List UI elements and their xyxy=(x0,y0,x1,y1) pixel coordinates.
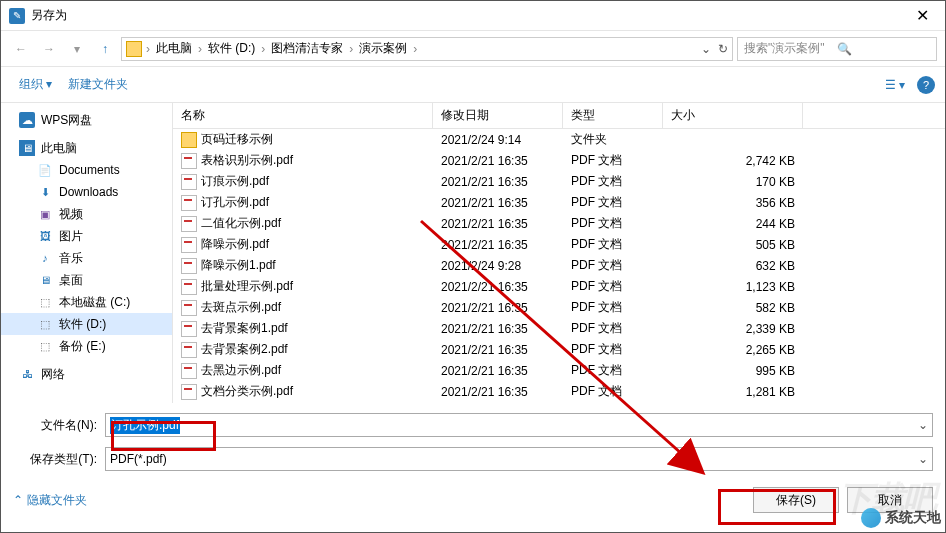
table-row[interactable]: 批量处理示例.pdf2021/2/21 16:35PDF 文档1,123 KB xyxy=(173,276,945,297)
chevron-down-icon[interactable]: ⌄ xyxy=(918,452,928,466)
col-name[interactable]: 名称 xyxy=(173,103,433,128)
file-name: 降噪示例1.pdf xyxy=(201,257,276,274)
disk-icon: ⬚ xyxy=(37,316,53,332)
sidebar-item-network[interactable]: 🖧网络 xyxy=(1,363,172,385)
view-options[interactable]: ☰ ▾ xyxy=(879,78,911,92)
sidebar-item-disk-d[interactable]: ⬚软件 (D:) xyxy=(1,313,172,335)
table-row[interactable]: 订痕示例.pdf2021/2/21 16:35PDF 文档170 KB xyxy=(173,171,945,192)
close-icon[interactable]: ✕ xyxy=(907,6,937,25)
sidebar-item-music[interactable]: ♪音乐 xyxy=(1,247,172,269)
pdf-icon xyxy=(181,300,197,316)
folder-icon xyxy=(126,41,142,57)
watermark-label: 系统天地 xyxy=(885,509,941,527)
filename-label: 文件名(N): xyxy=(13,417,105,434)
file-type: PDF 文档 xyxy=(563,278,663,295)
file-type: PDF 文档 xyxy=(563,194,663,211)
sidebar-item-downloads[interactable]: ⬇Downloads xyxy=(1,181,172,203)
breadcrumb-item[interactable]: 图档清洁专家 xyxy=(269,40,345,57)
file-date: 2021/2/21 16:35 xyxy=(433,322,563,336)
pdf-icon xyxy=(181,195,197,211)
filetype-label: 保存类型(T): xyxy=(13,451,105,468)
sidebar-item-disk-e[interactable]: ⬚备份 (E:) xyxy=(1,335,172,357)
file-name: 订痕示例.pdf xyxy=(201,173,269,190)
file-name: 降噪示例.pdf xyxy=(201,236,269,253)
sidebar-item-disk-c[interactable]: ⬚本地磁盘 (C:) xyxy=(1,291,172,313)
file-type: PDF 文档 xyxy=(563,257,663,274)
table-row[interactable]: 页码迁移示例2021/2/24 9:14文件夹 xyxy=(173,129,945,150)
search-input[interactable]: 搜索"演示案例" 🔍 xyxy=(737,37,937,61)
file-type: PDF 文档 xyxy=(563,152,663,169)
pdf-icon xyxy=(181,279,197,295)
new-folder-button[interactable]: 新建文件夹 xyxy=(60,72,136,97)
search-icon[interactable]: 🔍 xyxy=(837,42,930,56)
file-name: 去黑边示例.pdf xyxy=(201,362,281,379)
pc-icon: 🖥 xyxy=(19,140,35,156)
desktop-icon: 🖥 xyxy=(37,272,53,288)
file-date: 2021/2/21 16:35 xyxy=(433,196,563,210)
sidebar-item-wps[interactable]: ☁WPS网盘 xyxy=(1,109,172,131)
organize-button[interactable]: 组织 ▾ xyxy=(11,72,60,97)
video-icon: ▣ xyxy=(37,206,53,222)
table-row[interactable]: 降噪示例1.pdf2021/2/24 9:28PDF 文档632 KB xyxy=(173,255,945,276)
path-dropdown[interactable]: ⌄ ↻ xyxy=(701,42,728,56)
file-type: PDF 文档 xyxy=(563,173,663,190)
breadcrumb[interactable]: › 此电脑 › 软件 (D:) › 图档清洁专家 › 演示案例 › ⌄ ↻ xyxy=(121,37,733,61)
col-date[interactable]: 修改日期 xyxy=(433,103,563,128)
recent-icon[interactable]: ▾ xyxy=(65,37,89,61)
window-title: 另存为 xyxy=(31,7,907,24)
sidebar-item-videos[interactable]: ▣视频 xyxy=(1,203,172,225)
file-date: 2021/2/21 16:35 xyxy=(433,385,563,399)
table-row[interactable]: 去背景案例2.pdf2021/2/21 16:35PDF 文档2,265 KB xyxy=(173,339,945,360)
breadcrumb-item[interactable]: 演示案例 xyxy=(357,40,409,57)
filetype-select[interactable]: PDF(*.pdf) ⌄ xyxy=(105,447,933,471)
filename-value: 订孔示例.pdf xyxy=(110,417,180,434)
col-size[interactable]: 大小 xyxy=(663,103,803,128)
table-row[interactable]: 文档分类示例.pdf2021/2/21 16:35PDF 文档1,281 KB xyxy=(173,381,945,402)
pdf-icon xyxy=(181,153,197,169)
chevron-down-icon[interactable]: ⌄ xyxy=(918,418,928,432)
table-row[interactable]: 表格识别示例.pdf2021/2/21 16:35PDF 文档2,742 KB xyxy=(173,150,945,171)
file-type: PDF 文档 xyxy=(563,383,663,400)
table-row[interactable]: 去背景案例1.pdf2021/2/21 16:35PDF 文档2,339 KB xyxy=(173,318,945,339)
file-name: 表格识别示例.pdf xyxy=(201,152,293,169)
table-row[interactable]: 二值化示例.pdf2021/2/21 16:35PDF 文档244 KB xyxy=(173,213,945,234)
disk-icon: ⬚ xyxy=(37,294,53,310)
save-button[interactable]: 保存(S) xyxy=(753,487,839,513)
sidebar-item-pc[interactable]: 🖥此电脑 xyxy=(1,137,172,159)
file-size: 2,339 KB xyxy=(663,322,803,336)
up-icon[interactable]: ↑ xyxy=(93,37,117,61)
file-size: 244 KB xyxy=(663,217,803,231)
col-type[interactable]: 类型 xyxy=(563,103,663,128)
file-type: PDF 文档 xyxy=(563,320,663,337)
filetype-value: PDF(*.pdf) xyxy=(110,452,167,466)
chevron-right-icon: › xyxy=(144,42,152,56)
table-row[interactable]: 去黑边示例.pdf2021/2/21 16:35PDF 文档995 KB xyxy=(173,360,945,381)
music-icon: ♪ xyxy=(37,250,53,266)
hide-folders-toggle[interactable]: ⌃隐藏文件夹 xyxy=(13,492,87,509)
file-type: PDF 文档 xyxy=(563,299,663,316)
file-name: 去背景案例1.pdf xyxy=(201,320,288,337)
sidebar-item-pictures[interactable]: 🖼图片 xyxy=(1,225,172,247)
help-icon[interactable]: ? xyxy=(917,76,935,94)
table-row[interactable]: 降噪示例.pdf2021/2/21 16:35PDF 文档505 KB xyxy=(173,234,945,255)
file-name: 订孔示例.pdf xyxy=(201,194,269,211)
sidebar-item-documents[interactable]: 📄Documents xyxy=(1,159,172,181)
file-name: 页码迁移示例 xyxy=(201,131,273,148)
search-placeholder: 搜索"演示案例" xyxy=(744,40,837,57)
breadcrumb-item[interactable]: 软件 (D:) xyxy=(206,40,257,57)
file-name: 批量处理示例.pdf xyxy=(201,278,293,295)
chevron-up-icon: ⌃ xyxy=(13,493,23,507)
network-icon: 🖧 xyxy=(19,366,35,382)
table-row[interactable]: 订孔示例.pdf2021/2/21 16:35PDF 文档356 KB xyxy=(173,192,945,213)
table-row[interactable]: 去斑点示例.pdf2021/2/21 16:35PDF 文档582 KB xyxy=(173,297,945,318)
file-name: 二值化示例.pdf xyxy=(201,215,281,232)
file-date: 2021/2/21 16:35 xyxy=(433,343,563,357)
breadcrumb-item[interactable]: 此电脑 xyxy=(154,40,194,57)
navbar: ← → ▾ ↑ › 此电脑 › 软件 (D:) › 图档清洁专家 › 演示案例 … xyxy=(1,31,945,67)
filename-input[interactable]: 订孔示例.pdf ⌄ xyxy=(105,413,933,437)
file-list[interactable]: 页码迁移示例2021/2/24 9:14文件夹表格识别示例.pdf2021/2/… xyxy=(173,129,945,403)
file-date: 2021/2/24 9:14 xyxy=(433,133,563,147)
forward-icon: → xyxy=(37,37,61,61)
sidebar-item-desktop[interactable]: 🖥桌面 xyxy=(1,269,172,291)
back-icon[interactable]: ← xyxy=(9,37,33,61)
